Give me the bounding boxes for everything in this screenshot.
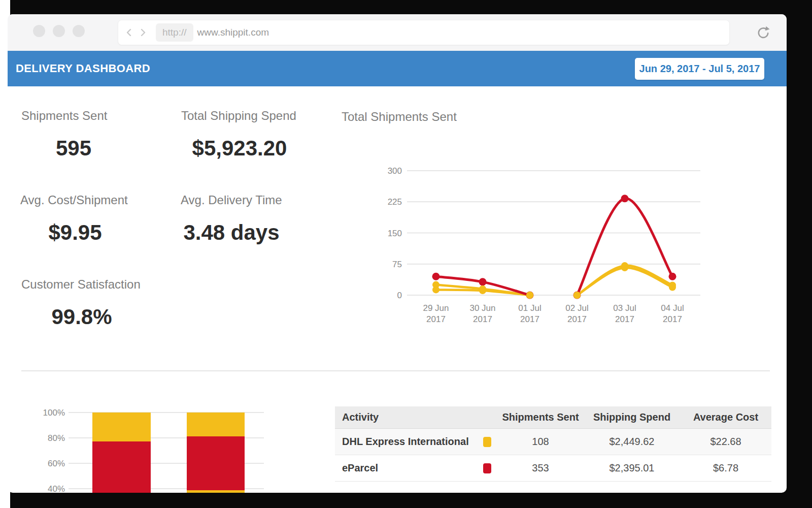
window-control-dot bbox=[33, 25, 45, 37]
average-cost-value: $22.68 bbox=[680, 436, 771, 448]
refresh-icon bbox=[756, 25, 771, 40]
metric-label: Total Shipping Spend bbox=[181, 109, 298, 123]
metric-customer-satisfaction: Customer Satisfaction 99.8% bbox=[21, 277, 142, 329]
date-range-button[interactable]: Jun 29, 2017 - Jul 5, 2017 bbox=[635, 58, 764, 80]
carrier-percentage-stacked-bar-chart: 100%80%60%40% bbox=[41, 404, 284, 493]
table-row-dhl-express-international: DHL Express International 108 $2,449.62 … bbox=[335, 429, 771, 455]
column-header-shipping-spend: Shipping Spend bbox=[584, 411, 680, 423]
activity-table: Activity Shipments Sent Shipping Spend A… bbox=[335, 406, 771, 482]
browser-chrome-bar: http:// www.shippit.com bbox=[8, 14, 787, 51]
svg-text:02 Jul2017: 02 Jul2017 bbox=[565, 303, 588, 324]
url-scheme-chip: http:// bbox=[156, 23, 193, 42]
metric-label: Avg. Delivery Time bbox=[181, 193, 282, 207]
svg-text:40%: 40% bbox=[48, 484, 65, 493]
activity-name: eParcel bbox=[335, 462, 477, 474]
metric-label: Avg. Cost/Shipment bbox=[20, 193, 130, 207]
browser-window: http:// www.shippit.com DELIVERY DASHBOA… bbox=[8, 14, 787, 493]
forward-button chevron-right-icon[interactable] bbox=[139, 28, 147, 37]
svg-text:60%: 60% bbox=[48, 459, 65, 468]
shipping-spend-value: $2,395.01 bbox=[584, 462, 680, 474]
table-header-row: Activity Shipments Sent Shipping Spend A… bbox=[335, 406, 771, 429]
svg-text:150: 150 bbox=[388, 229, 402, 238]
column-header-shipments-sent: Shipments Sent bbox=[497, 411, 584, 423]
metric-shipments-sent: Shipments Sent 595 bbox=[21, 109, 126, 161]
metric-avg-delivery-time: Avg. Delivery Time 3.48 days bbox=[181, 193, 282, 245]
column-header-activity: Activity bbox=[335, 411, 477, 423]
svg-text:03 Jul2017: 03 Jul2017 bbox=[613, 303, 636, 324]
shipments-sent-value: 108 bbox=[497, 436, 584, 448]
svg-text:01 Jul2017: 01 Jul2017 bbox=[518, 303, 541, 324]
series-color-swatch bbox=[483, 463, 491, 473]
metric-label: Customer Satisfaction bbox=[21, 277, 142, 292]
metric-value: 99.8% bbox=[21, 305, 142, 329]
url-text: www.shippit.com bbox=[197, 27, 269, 38]
column-header-average-cost: Average Cost bbox=[680, 411, 771, 423]
metric-value: $5,923.20 bbox=[181, 136, 298, 161]
total-shipments-line-chart: 07515022530029 Jun201730 Jun201701 Jul20… bbox=[376, 165, 710, 333]
window-control-dot bbox=[73, 25, 85, 37]
metric-avg-cost-per-shipment: Avg. Cost/Shipment $9.95 bbox=[20, 193, 130, 245]
screenshot-stage: http:// www.shippit.com DELIVERY DASHBOA… bbox=[0, 0, 812, 508]
metric-value: $9.95 bbox=[20, 220, 130, 245]
refresh-button[interactable] bbox=[754, 23, 772, 42]
average-cost-value: $6.78 bbox=[680, 462, 771, 474]
svg-text:0: 0 bbox=[397, 291, 402, 300]
svg-text:225: 225 bbox=[388, 197, 402, 207]
page-title: DELIVERY DASHBOARD bbox=[16, 62, 150, 75]
metric-total-shipping-spend: Total Shipping Spend $5,923.20 bbox=[181, 109, 298, 161]
svg-text:04 Jul2017: 04 Jul2017 bbox=[661, 303, 684, 324]
series-color-swatch bbox=[483, 437, 491, 447]
svg-text:75: 75 bbox=[392, 260, 402, 269]
window-control-dot bbox=[53, 25, 65, 37]
svg-text:80%: 80% bbox=[48, 433, 65, 443]
shipments-sent-value: 353 bbox=[497, 462, 584, 474]
url-bar[interactable]: http:// www.shippit.com bbox=[118, 20, 730, 45]
svg-text:29 Jun2017: 29 Jun2017 bbox=[423, 303, 449, 324]
svg-text:30 Jun2017: 30 Jun2017 bbox=[469, 303, 495, 324]
svg-text:100%: 100% bbox=[43, 408, 65, 418]
table-row-eparcel: eParcel 353 $2,395.01 $6.78 bbox=[335, 455, 771, 482]
back-button chevron-left-icon[interactable] bbox=[125, 28, 133, 37]
metric-value: 3.48 days bbox=[181, 220, 282, 245]
metric-value: 595 bbox=[21, 136, 126, 161]
activity-name: DHL Express International bbox=[335, 436, 477, 448]
shipping-spend-value: $2,449.62 bbox=[584, 436, 680, 448]
svg-text:300: 300 bbox=[388, 166, 402, 176]
line-chart-title: Total Shipments Sent bbox=[342, 110, 457, 124]
dashboard-header-bar: DELIVERY DASHBOARD Jun 29, 2017 - Jul 5,… bbox=[8, 51, 787, 86]
metric-label: Shipments Sent bbox=[21, 109, 126, 123]
section-divider bbox=[21, 370, 770, 371]
